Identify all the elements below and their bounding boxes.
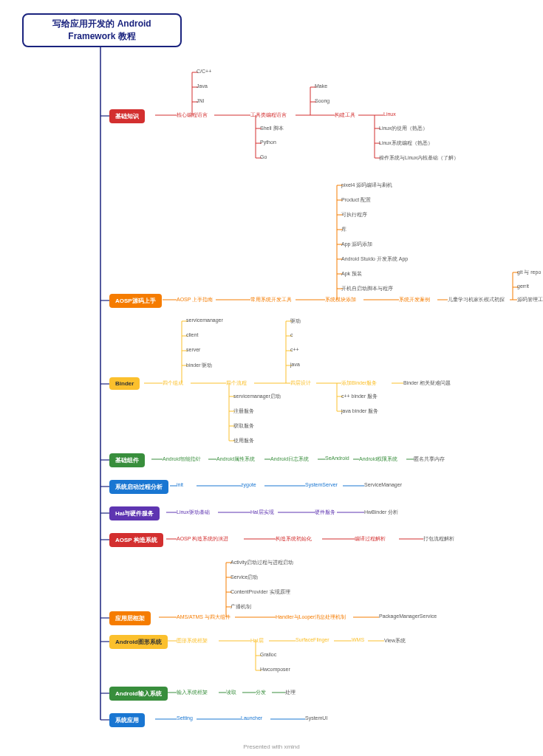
node: 编译过程解析 <box>355 535 386 543</box>
node: c++ binder 服务 <box>341 393 378 400</box>
node: java <box>290 362 300 367</box>
node: Android权限系统 <box>359 456 397 463</box>
node: 常用系统开发工具 <box>250 296 292 303</box>
node: 打包流程解析 <box>423 535 454 543</box>
node: git 与 repo <box>517 269 541 276</box>
node: Android属性系统 <box>216 456 255 463</box>
node: Hwcomposer <box>260 667 290 672</box>
node: servicemanager启动 <box>233 393 281 400</box>
branch-b4: 基础组件 <box>109 453 145 467</box>
node: Android日志系统 <box>270 456 309 463</box>
node: Android Stuido 开发系统 App <box>341 255 408 263</box>
node: Android智能指针 <box>163 456 201 463</box>
node: 库 <box>341 226 346 233</box>
node: 分发 <box>256 689 266 696</box>
node: JNI <box>197 98 205 103</box>
node: Hal层 <box>250 637 264 645</box>
branch-b8: 应用层框架 <box>109 611 151 625</box>
node: Soong <box>315 98 329 103</box>
node: 驱动 <box>290 317 301 325</box>
node: Linux系统编程（熟悉） <box>379 140 433 147</box>
node: Linux <box>383 111 396 117</box>
branch-b9: Android图形系统 <box>109 635 168 649</box>
node: Python <box>260 140 276 145</box>
node: init <box>177 482 183 487</box>
node: 系统开发案例 <box>399 296 430 303</box>
node: 输入系统框架 <box>177 689 208 696</box>
node: 四层设计 <box>290 379 311 387</box>
node: Make <box>315 83 327 89</box>
node: SystemServer <box>305 482 338 487</box>
node: 读取 <box>226 689 236 696</box>
node: 处理 <box>285 689 296 696</box>
node: 使用服务 <box>233 437 254 444</box>
node: pixel4 源码编译与刷机 <box>341 182 392 189</box>
node: 源码管理工具 <box>517 296 543 303</box>
node: client <box>186 332 198 337</box>
node: C/C++ <box>197 69 211 74</box>
node: c <box>290 332 293 337</box>
branch-b7: AOSP 构造系统 <box>109 533 163 547</box>
node: ContentProvider 实现原理 <box>230 588 290 596</box>
node: 获取服务 <box>233 422 254 430</box>
node: Linux驱动基础 <box>177 509 210 516</box>
node: Hal层实现 <box>250 509 274 516</box>
node: servicemanager <box>186 317 223 323</box>
node: Activity启动过程与进程启动 <box>230 559 293 566</box>
footer: Presented with xmind <box>0 743 543 750</box>
node: 添加Binder服务 <box>341 379 377 387</box>
node: Go <box>260 154 267 159</box>
node: 注册服务 <box>233 408 254 415</box>
node: 广播机制 <box>230 603 251 611</box>
node: 匿名共享内存 <box>414 456 445 463</box>
node: AOSP 上手指南 <box>177 296 213 303</box>
branch-b11: 系统应用 <box>109 713 145 727</box>
node: SystemUI <box>305 715 327 721</box>
node: App 源码添加 <box>341 241 372 248</box>
node: 核心编程语言 <box>177 111 208 119</box>
branch-b2: AOSP源码上手 <box>109 294 162 308</box>
node: Setting <box>177 715 193 721</box>
node: ServiceManager <box>364 482 402 487</box>
node: SurfaceFlinger <box>296 637 329 642</box>
node: View系统 <box>384 637 406 645</box>
node: Launcher <box>241 715 262 721</box>
node: Apk 预装 <box>341 270 362 278</box>
node: AOSP 构造系统的演进 <box>177 535 228 543</box>
node: 可执行程序 <box>341 211 367 219</box>
node: Gralloc <box>260 652 276 657</box>
node: Binder 相关疑难问题 <box>403 379 451 387</box>
node: 工具类编程语言 <box>250 111 287 119</box>
node: PackageManagerService <box>379 614 437 619</box>
root-node: 写给应用开发的 AndroidFramework 教程 <box>22 13 182 47</box>
node: zygote <box>241 482 256 487</box>
node: c++ <box>290 347 299 352</box>
node: 四个组成 <box>163 379 183 387</box>
branch-b1: 基础知识 <box>109 109 145 123</box>
node: HwBinder 分析 <box>364 509 398 516</box>
node: Java <box>197 83 208 89</box>
node: 四个流程 <box>226 379 247 387</box>
node: 图形系统框架 <box>177 637 208 645</box>
branch-b5: 系统启动过程分析 <box>109 480 168 494</box>
node: 系统模块添加 <box>325 296 356 303</box>
node: java binder 服务 <box>341 408 378 415</box>
node: Service启动 <box>230 574 258 581</box>
node: Linux的使用（熟悉） <box>379 125 428 132</box>
node: binder 驱动 <box>186 362 212 369</box>
branch-b6: Hal与硬件服务 <box>109 506 160 520</box>
branch-b10: Android输入系统 <box>109 687 168 701</box>
node: 构建工具 <box>335 111 355 119</box>
branch-b3: Binder <box>109 377 140 390</box>
node: Handler与Looper消息处理机制 <box>276 614 346 621</box>
node: 硬件服务 <box>315 509 335 516</box>
node: server <box>186 347 200 352</box>
node: SeAndroid <box>325 456 349 461</box>
node: gerrit <box>517 284 529 289</box>
node: Product 配置 <box>341 196 371 204</box>
node: 开机自启动脚本与程序 <box>341 285 393 292</box>
node: 构造系统初始化 <box>276 535 312 543</box>
node: AMS/ATMS 与四大组件 <box>177 614 230 621</box>
node: WMS <box>352 637 364 642</box>
node: 儿童学习机家长模式初探 <box>448 296 505 303</box>
